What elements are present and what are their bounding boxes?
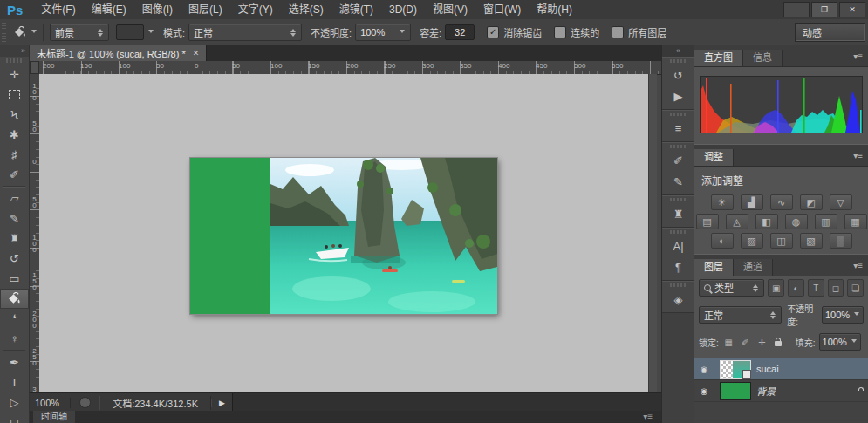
layer-filter-kind-select[interactable]: 类型	[699, 279, 764, 297]
menu-file[interactable]: 文件(F)	[33, 0, 83, 19]
pattern-dropdown-icon[interactable]	[148, 30, 154, 36]
tab-info[interactable]: 信息	[743, 50, 783, 66]
strip-collapse-button[interactable]: «	[662, 45, 694, 57]
panel-grip[interactable]	[670, 59, 687, 63]
toolbox-grip[interactable]	[6, 58, 23, 63]
close-button[interactable]: ✕	[839, 2, 865, 17]
smart-object-filter-icon[interactable]: ❏	[847, 279, 864, 297]
document-canvas[interactable]	[190, 158, 497, 314]
3d-panel-icon[interactable]: ◈	[662, 289, 694, 310]
panel-grip[interactable]	[670, 113, 687, 116]
hue-saturation-icon[interactable]: ▤	[696, 214, 719, 229]
panel-grip[interactable]	[670, 198, 687, 201]
color-balance-icon[interactable]: ◬	[726, 214, 748, 229]
menu-window[interactable]: 窗口(W)	[475, 0, 529, 19]
brush-presets-panel-icon[interactable]: ✎	[662, 171, 694, 192]
threshold-icon[interactable]: ◫	[770, 233, 793, 249]
tab-histogram[interactable]: 直方图	[694, 50, 743, 66]
tool-preset-dropdown-icon[interactable]	[31, 30, 38, 36]
opacity-select[interactable]: 100%	[355, 24, 411, 41]
tool-marquee[interactable]	[0, 85, 29, 105]
menu-select[interactable]: 选择(S)	[281, 0, 331, 19]
menu-layer[interactable]: 图层(L)	[181, 0, 230, 19]
photo-filter-icon[interactable]: ◍	[785, 214, 808, 229]
posterize-icon[interactable]: ▨	[741, 233, 763, 249]
adjustment-layer-filter-icon[interactable]: ◐	[788, 279, 804, 297]
type-layer-filter-icon[interactable]: T	[808, 279, 824, 297]
layer-thumbnail[interactable]	[721, 383, 750, 399]
toolbox-expand-button[interactable]: »	[0, 45, 29, 57]
black-white-icon[interactable]: ◧	[755, 214, 778, 229]
visibility-eye-icon[interactable]: ◉	[694, 380, 714, 401]
menu-help[interactable]: 帮助(H)	[529, 0, 580, 19]
tool-paint-bucket[interactable]	[0, 289, 29, 309]
tool-pen[interactable]: ✒	[0, 352, 29, 372]
tool-brush[interactable]: ✎	[0, 208, 29, 229]
tool-lasso[interactable]: Ϟ	[0, 105, 29, 125]
tab-channels[interactable]: 通道	[734, 259, 773, 276]
zoom-level-field[interactable]: 100%	[30, 398, 71, 408]
panel-grip[interactable]	[670, 283, 687, 287]
clone-source-panel-icon[interactable]: ♜	[662, 203, 694, 224]
workspace-switcher-button[interactable]: 动感	[796, 24, 865, 41]
tool-crop[interactable]: ♯	[0, 145, 29, 165]
adjustments-panel-menu-icon[interactable]: ▾≡	[853, 147, 863, 166]
tool-clone-stamp[interactable]: ♜	[0, 229, 29, 249]
paint-bucket-icon[interactable]	[13, 26, 27, 38]
layer-row-background[interactable]: ◉ 背景	[694, 380, 868, 402]
channel-mixer-icon[interactable]: ▥	[815, 214, 837, 229]
layer-name[interactable]: 背景	[756, 384, 776, 398]
tool-path-selection[interactable]: ▷	[0, 392, 29, 413]
maximize-button[interactable]: ❐	[811, 2, 837, 17]
layer-row-sucai[interactable]: ◉ sucai	[694, 358, 868, 380]
selective-color-icon[interactable]: ▧	[800, 233, 823, 249]
tool-healing-brush[interactable]: ▱	[0, 188, 29, 208]
canvas-pasteboard[interactable]	[39, 74, 648, 392]
history-panel-icon[interactable]: ↺	[662, 65, 694, 85]
blend-mode-select[interactable]: 正常	[699, 306, 782, 324]
character-panel-icon[interactable]: A|	[662, 235, 694, 256]
tool-blur[interactable]: ❛	[0, 309, 29, 329]
minimize-button[interactable]: –	[783, 2, 810, 17]
lock-all-icon[interactable]	[772, 336, 785, 349]
status-expand-icon[interactable]: ▶	[211, 399, 232, 407]
layer-name[interactable]: sucai	[756, 364, 779, 374]
canvas-vertical-scrollbar[interactable]	[648, 74, 657, 392]
histogram-panel-menu-icon[interactable]: ▾≡	[853, 47, 863, 66]
tab-layers[interactable]: 图层	[694, 259, 734, 276]
actions-panel-icon[interactable]: ▶	[662, 85, 694, 106]
vibrance-icon[interactable]: ▽	[830, 194, 852, 210]
lock-transparency-icon[interactable]: ▦	[722, 336, 735, 349]
menu-view[interactable]: 视图(V)	[425, 0, 475, 19]
invert-icon[interactable]: ◐	[711, 233, 734, 249]
fill-source-select[interactable]: 前景	[50, 24, 109, 41]
brightness-contrast-icon[interactable]: ☀	[711, 194, 734, 210]
tool-eraser[interactable]: ▭	[0, 269, 29, 289]
layer-opacity-select[interactable]: 100%	[822, 306, 864, 324]
document-tab[interactable]: 未标题-1 @ 100% (sucai, RGB/8) * ✕	[30, 45, 207, 61]
tolerance-input[interactable]: 32	[445, 24, 475, 40]
pixel-layer-filter-icon[interactable]: ▣	[768, 279, 784, 297]
layers-panel-menu-icon[interactable]: ▾≡	[853, 256, 863, 276]
tool-move[interactable]: ✛	[0, 65, 29, 85]
color-lookup-icon[interactable]: ▦	[844, 214, 867, 229]
paragraph-panel-icon[interactable]: ¶	[662, 256, 694, 277]
tool-dodge[interactable]: ♀	[0, 329, 29, 349]
tool-magic-wand[interactable]: ✱	[0, 125, 29, 145]
tool-shape[interactable]: ◻	[0, 413, 29, 423]
document-close-icon[interactable]: ✕	[193, 49, 200, 58]
panel-grip[interactable]	[670, 230, 687, 234]
anti-alias-checkbox[interactable]: ✓	[487, 26, 499, 38]
contiguous-checkbox[interactable]	[554, 26, 566, 38]
pattern-swatch[interactable]	[116, 24, 144, 40]
curves-icon[interactable]: ∿	[770, 194, 793, 210]
menu-filter[interactable]: 滤镜(T)	[331, 0, 381, 19]
timeline-menu-icon[interactable]: ▾≡	[643, 411, 653, 423]
all-layers-checkbox[interactable]	[612, 26, 624, 38]
fill-select[interactable]: 100%	[819, 333, 861, 351]
tab-adjustments[interactable]: 调整	[694, 149, 734, 166]
brush-panel-icon[interactable]: ✐	[662, 150, 694, 171]
timeline-tab[interactable]: 时间轴	[33, 411, 75, 423]
exposure-icon[interactable]: ◩	[800, 194, 823, 210]
panel-grip[interactable]	[670, 145, 687, 148]
